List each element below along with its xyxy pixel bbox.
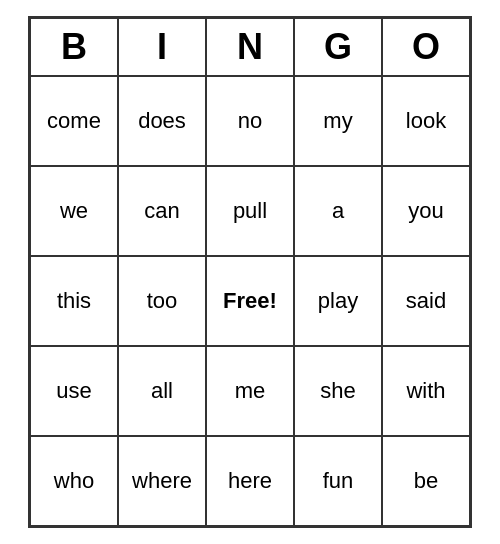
bingo-cell-r1-c0[interactable]: we bbox=[30, 166, 118, 256]
bingo-cell-r2-c1[interactable]: too bbox=[118, 256, 206, 346]
bingo-card: BINGO comedoesnomylookwecanpullayouthist… bbox=[28, 16, 472, 527]
bingo-cell-r0-c4[interactable]: look bbox=[382, 76, 470, 166]
bingo-cell-r4-c2[interactable]: here bbox=[206, 436, 294, 526]
bingo-cell-r2-c0[interactable]: this bbox=[30, 256, 118, 346]
bingo-cell-r3-c0[interactable]: use bbox=[30, 346, 118, 436]
bingo-cell-r3-c4[interactable]: with bbox=[382, 346, 470, 436]
bingo-grid: comedoesnomylookwecanpullayouthistooFree… bbox=[30, 76, 470, 526]
bingo-cell-r0-c0[interactable]: come bbox=[30, 76, 118, 166]
bingo-cell-r4-c1[interactable]: where bbox=[118, 436, 206, 526]
bingo-cell-r3-c2[interactable]: me bbox=[206, 346, 294, 436]
bingo-cell-r4-c0[interactable]: who bbox=[30, 436, 118, 526]
bingo-cell-r4-c3[interactable]: fun bbox=[294, 436, 382, 526]
bingo-cell-r0-c3[interactable]: my bbox=[294, 76, 382, 166]
bingo-cell-r2-c4[interactable]: said bbox=[382, 256, 470, 346]
header-cell-b: B bbox=[30, 18, 118, 75]
bingo-cell-r3-c1[interactable]: all bbox=[118, 346, 206, 436]
bingo-header: BINGO bbox=[30, 18, 470, 75]
header-cell-i: I bbox=[118, 18, 206, 75]
bingo-cell-r4-c4[interactable]: be bbox=[382, 436, 470, 526]
bingo-cell-r1-c1[interactable]: can bbox=[118, 166, 206, 256]
header-cell-o: O bbox=[382, 18, 470, 75]
bingo-cell-r1-c3[interactable]: a bbox=[294, 166, 382, 256]
bingo-cell-r0-c1[interactable]: does bbox=[118, 76, 206, 166]
header-cell-n: N bbox=[206, 18, 294, 75]
bingo-cell-r2-c2[interactable]: Free! bbox=[206, 256, 294, 346]
header-cell-g: G bbox=[294, 18, 382, 75]
bingo-cell-r1-c2[interactable]: pull bbox=[206, 166, 294, 256]
bingo-cell-r3-c3[interactable]: she bbox=[294, 346, 382, 436]
bingo-cell-r0-c2[interactable]: no bbox=[206, 76, 294, 166]
bingo-cell-r2-c3[interactable]: play bbox=[294, 256, 382, 346]
bingo-cell-r1-c4[interactable]: you bbox=[382, 166, 470, 256]
